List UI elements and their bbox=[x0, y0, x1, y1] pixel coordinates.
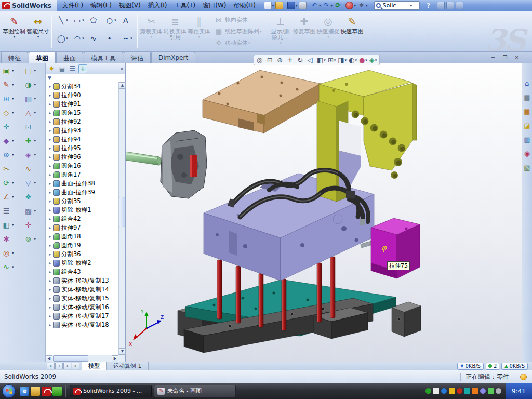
toolbar-button[interactable]: 修复草图 bbox=[292, 12, 316, 50]
dropdown-arrow-icon[interactable] bbox=[12, 223, 14, 227]
toolbar-button[interactable]: 移动实体 bbox=[212, 38, 264, 48]
toolbar-button[interactable]: 转换实体引用 bbox=[163, 12, 187, 50]
dropdown-arrow-icon[interactable] bbox=[345, 58, 347, 62]
nav-first-icon[interactable]: « bbox=[47, 363, 55, 369]
tree-item[interactable]: 组合43 bbox=[46, 268, 118, 276]
dropdown-arrow-icon[interactable] bbox=[375, 58, 377, 62]
zoom-area-icon[interactable]: ⊡ bbox=[266, 56, 276, 65]
dropdown-arrow-icon[interactable] bbox=[34, 83, 36, 87]
dropdown-arrow-icon[interactable] bbox=[114, 18, 116, 22]
titlebar-extra-icon[interactable] bbox=[436, 1, 445, 10]
view-orientation-icon[interactable]: ⊞ bbox=[327, 56, 337, 65]
menu-item[interactable]: 编辑(E) bbox=[87, 1, 115, 10]
dropdown-arrow-icon[interactable] bbox=[12, 69, 14, 73]
expand-arrow-icon[interactable] bbox=[47, 305, 53, 310]
dropdown-arrow-icon[interactable] bbox=[82, 36, 84, 41]
flyout-tool-icon[interactable]: ✎ bbox=[1, 79, 22, 90]
tree-item[interactable]: 圆角19 bbox=[46, 241, 118, 250]
tree-item[interactable]: 拉伸95 bbox=[46, 144, 118, 153]
tree-item[interactable]: 拉伸97 bbox=[46, 223, 118, 232]
flyout-tool-icon[interactable]: ⊕ bbox=[1, 150, 22, 160]
toolbar-button[interactable]: 快速草图 bbox=[340, 12, 364, 50]
file-explorer-icon[interactable]: ◪ bbox=[523, 121, 531, 130]
model-part-yellow-bracket[interactable] bbox=[317, 70, 417, 202]
dropdown-arrow-icon[interactable] bbox=[330, 4, 332, 8]
rebuild-icon[interactable] bbox=[334, 1, 345, 10]
launch-browser-icon[interactable]: e bbox=[20, 387, 29, 396]
text-icon[interactable]: A bbox=[119, 14, 135, 27]
dropdown-arrow-icon[interactable] bbox=[14, 35, 16, 39]
dropdown-arrow-icon[interactable] bbox=[319, 4, 321, 8]
expand-arrow-icon[interactable] bbox=[47, 225, 53, 230]
document-tab[interactable]: 模型 bbox=[82, 362, 107, 370]
panel-overflow-icon[interactable]: » bbox=[120, 65, 124, 72]
scrollbar-thumb[interactable] bbox=[53, 355, 88, 362]
commandmanager-tab[interactable]: 特征 bbox=[1, 52, 28, 63]
expand-arrow-icon[interactable] bbox=[47, 102, 53, 107]
flyout-tool-icon[interactable]: ⊚ bbox=[23, 234, 45, 244]
menu-item[interactable]: 插入(I) bbox=[144, 1, 171, 10]
tree-item[interactable]: 拉伸92 bbox=[46, 117, 118, 126]
edit-color-icon[interactable] bbox=[345, 1, 356, 10]
flyout-tool-icon[interactable]: ✂ bbox=[1, 164, 22, 174]
polygon-icon[interactable]: ⬠ bbox=[87, 14, 102, 27]
dropdown-arrow-icon[interactable] bbox=[324, 58, 326, 62]
toolbar-button[interactable]: 线性草图阵列 bbox=[212, 26, 264, 37]
expand-arrow-icon[interactable] bbox=[47, 164, 53, 168]
taskbar-clock[interactable]: 9:41 bbox=[506, 383, 532, 399]
circle-icon[interactable]: ◯ bbox=[55, 32, 70, 45]
custom-properties-icon[interactable]: ▧ bbox=[523, 163, 531, 172]
doc-minimize-icon[interactable] bbox=[489, 54, 497, 61]
flyout-tool-icon[interactable]: ✚ bbox=[23, 136, 45, 146]
commandmanager-tab[interactable]: DimXpert bbox=[151, 52, 195, 63]
expand-arrow-icon[interactable] bbox=[47, 84, 53, 89]
commandmanager-tab[interactable]: 曲面 bbox=[56, 52, 83, 63]
tree-item[interactable]: 切除-放样2 bbox=[46, 259, 118, 268]
flyout-tool-icon[interactable]: ▣ bbox=[1, 65, 22, 76]
nav-next-icon[interactable]: › bbox=[63, 363, 71, 369]
tray-icon[interactable] bbox=[449, 388, 455, 394]
model-part-green-rod[interactable] bbox=[126, 151, 161, 165]
tree-item[interactable]: 实体-移动/复制16 bbox=[46, 303, 118, 312]
dropdown-arrow-icon[interactable] bbox=[82, 18, 84, 22]
expand-arrow-icon[interactable] bbox=[47, 243, 53, 248]
expand-arrow-icon[interactable] bbox=[47, 208, 53, 212]
expand-arrow-icon[interactable] bbox=[47, 93, 53, 98]
doc-restore-icon[interactable] bbox=[501, 54, 509, 61]
tree-item[interactable]: 分割35 bbox=[46, 197, 118, 206]
start-button[interactable] bbox=[2, 384, 16, 398]
menu-item[interactable]: 帮助(H) bbox=[230, 1, 259, 10]
dropdown-arrow-icon[interactable] bbox=[12, 195, 14, 199]
view-palette-icon[interactable]: ▥ bbox=[523, 135, 531, 144]
titlebar-extra-icon[interactable] bbox=[455, 1, 464, 10]
flyout-tool-icon[interactable]: ∿ bbox=[23, 164, 45, 174]
open-icon[interactable] bbox=[275, 1, 286, 10]
new-document-icon[interactable] bbox=[263, 1, 275, 10]
tree-item[interactable]: 拉伸93 bbox=[46, 126, 118, 135]
tree-item[interactable]: 组合42 bbox=[46, 215, 118, 223]
tree-vertical-scrollbar[interactable] bbox=[118, 82, 125, 355]
dropdown-arrow-icon[interactable] bbox=[130, 36, 132, 41]
scrollbar-thumb[interactable] bbox=[119, 197, 125, 227]
expand-arrow-icon[interactable] bbox=[47, 199, 53, 204]
tree-item[interactable]: 曲面-拉伸38 bbox=[46, 179, 118, 188]
expand-arrow-icon[interactable] bbox=[47, 287, 53, 292]
dropdown-arrow-icon[interactable] bbox=[37, 35, 39, 39]
zoom-in-out-icon[interactable]: ⊕ bbox=[276, 56, 286, 65]
pan-icon[interactable]: ✛ bbox=[286, 56, 296, 65]
tray-icon[interactable] bbox=[433, 388, 439, 394]
tree-filter-row[interactable] bbox=[46, 74, 125, 82]
dropdown-arrow-icon[interactable] bbox=[34, 209, 36, 213]
dropdown-arrow-icon[interactable] bbox=[151, 35, 153, 39]
tree-item[interactable]: 拉伸91 bbox=[46, 100, 118, 109]
menu-item[interactable]: 窗口(W) bbox=[199, 1, 230, 10]
expand-arrow-icon[interactable] bbox=[47, 323, 53, 327]
expand-arrow-icon[interactable] bbox=[47, 217, 53, 221]
flyout-tool-icon[interactable]: ◆ bbox=[1, 136, 22, 146]
hide-show-items-icon[interactable]: ◐ bbox=[348, 56, 358, 65]
dropdown-arrow-icon[interactable] bbox=[34, 139, 36, 143]
tray-icon[interactable] bbox=[496, 388, 501, 394]
configuration-manager-tab-icon[interactable]: ☰ bbox=[68, 64, 77, 73]
expand-arrow-icon[interactable] bbox=[47, 181, 53, 186]
menu-item[interactable]: 工具(T) bbox=[171, 1, 200, 10]
